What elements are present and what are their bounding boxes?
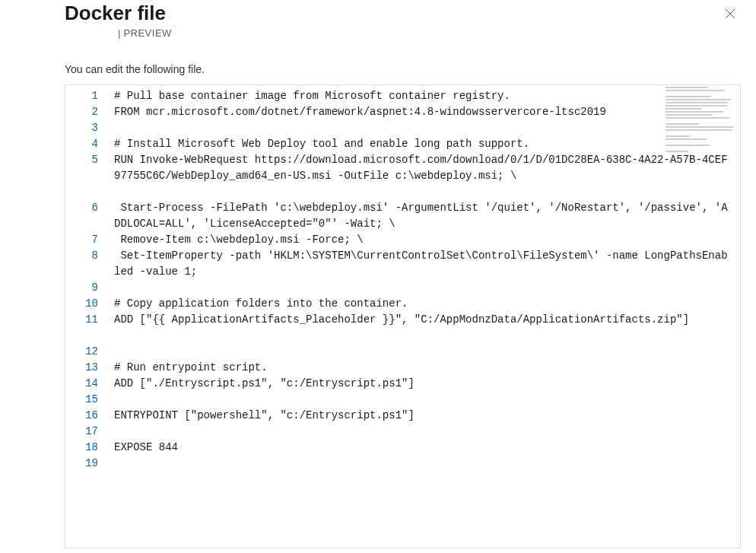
page: Docker file | PREVIEW You can edit the f…: [65, 0, 753, 548]
code-line[interactable]: ADD ["{{ ApplicationArtifacts_Placeholde…: [114, 312, 732, 344]
pipe-separator: |: [118, 27, 120, 39]
line-number: 1: [65, 88, 110, 104]
code-line[interactable]: [114, 456, 732, 472]
code-line[interactable]: Start-Process -FilePath 'c:\webdeploy.ms…: [114, 200, 732, 232]
code-line[interactable]: [114, 120, 732, 136]
code-line[interactable]: [114, 424, 732, 440]
code-line[interactable]: RUN Invoke-WebRequest https://download.m…: [114, 152, 732, 200]
editor-body: 12345 6 78 91011 1213141516171819 # Pull…: [65, 85, 740, 475]
line-number: 10: [65, 296, 110, 312]
header: Docker file | PREVIEW: [65, 2, 741, 39]
line-number: 18: [65, 440, 110, 456]
line-number: 6: [65, 200, 110, 216]
code-line[interactable]: # Copy application folders into the cont…: [114, 296, 732, 312]
line-number: 13: [65, 360, 110, 376]
line-number: 17: [65, 424, 110, 440]
line-number: 16: [65, 408, 110, 424]
code-line[interactable]: [114, 344, 732, 360]
line-number: 14: [65, 376, 110, 392]
line-number: 7: [65, 232, 110, 248]
line-number: 3: [65, 120, 110, 136]
code-line[interactable]: # Install Microsoft Web Deploy tool and …: [114, 136, 732, 152]
preview-row: | PREVIEW: [118, 27, 172, 39]
code-line[interactable]: ENTRYPOINT ["powershell", "c:/Entryscrip…: [114, 408, 732, 424]
line-number: 12: [65, 344, 110, 360]
page-title: Docker file: [65, 2, 172, 24]
code-line[interactable]: Set-ItemProperty -path 'HKLM:\SYSTEM\Cur…: [114, 248, 732, 280]
code-column[interactable]: # Pull base container image from Microso…: [110, 85, 740, 475]
line-number: 11: [65, 312, 110, 328]
code-line[interactable]: FROM mcr.microsoft.com/dotnet/framework/…: [114, 104, 732, 120]
code-line[interactable]: Remove-Item c:\webdeploy.msi -Force; \: [114, 232, 732, 248]
close-button[interactable]: [723, 6, 738, 21]
gutter: 12345 6 78 91011 1213141516171819: [65, 85, 110, 475]
code-editor[interactable]: 12345 6 78 91011 1213141516171819 # Pull…: [65, 84, 741, 548]
line-number: 15: [65, 392, 110, 408]
line-number: 8: [65, 248, 110, 264]
line-number: 9: [65, 280, 110, 296]
line-number: 19: [65, 456, 110, 472]
line-number: 4: [65, 136, 110, 152]
subtitle: You can edit the following file.: [65, 63, 741, 75]
line-number: 5: [65, 152, 110, 168]
code-line[interactable]: [114, 392, 732, 408]
close-icon: [725, 8, 735, 19]
line-number: 2: [65, 104, 110, 120]
title-block: Docker file | PREVIEW: [65, 2, 172, 39]
left-rail: [0, 0, 65, 548]
code-line[interactable]: # Run entrypoint script.: [114, 360, 732, 376]
code-line[interactable]: [114, 280, 732, 296]
preview-badge: PREVIEW: [123, 27, 171, 39]
code-line[interactable]: EXPOSE 844: [114, 440, 732, 456]
code-line[interactable]: # Pull base container image from Microso…: [114, 88, 732, 104]
code-line[interactable]: ADD ["./Entryscript.ps1", "c:/Entryscrip…: [114, 376, 732, 392]
